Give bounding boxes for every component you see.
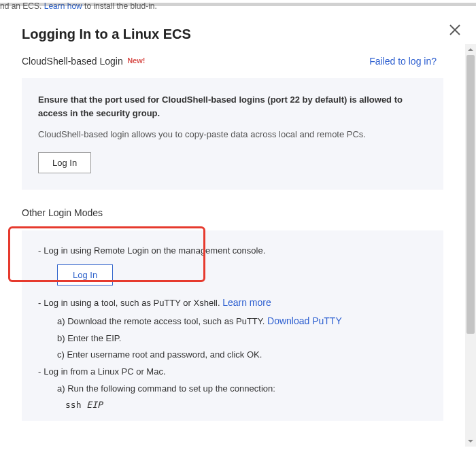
close-icon[interactable] — [449, 24, 461, 36]
other-modes-panel: -Log in using Remote Login on the manage… — [22, 230, 443, 421]
new-badge: New! — [127, 56, 145, 65]
step-ssh-command: a) Run the following command to set up t… — [38, 381, 427, 398]
scroll-down-icon[interactable] — [465, 436, 476, 447]
failed-login-link[interactable]: Failed to log in? — [369, 56, 437, 67]
cloudshell-description: CloudShell-based login allows you to cop… — [38, 128, 427, 141]
cloudshell-warning: Ensure that the port used for CloudShell… — [38, 93, 427, 120]
cloudshell-login-button[interactable]: Log In — [38, 152, 91, 173]
cloudshell-section-label: CloudShell-based Login New! — [22, 55, 145, 67]
scrollbar-thumb[interactable] — [466, 55, 475, 334]
step-credentials: c) Enter username root and password, and… — [38, 347, 427, 364]
scroll-up-icon[interactable] — [465, 44, 476, 55]
other-modes-title: Other Login Modes — [22, 207, 443, 218]
mode-remote-login: -Log in using Remote Login on the manage… — [38, 243, 427, 260]
mode-tool-login: -Log in using a tool, such as PuTTY or X… — [38, 294, 427, 312]
ssh-command: ssh EIP — [38, 397, 427, 414]
mode-linux-mac: -Log in from a Linux PC or Mac. — [38, 364, 427, 381]
scrollbar-track[interactable] — [465, 55, 476, 436]
download-putty-link[interactable]: Download PuTTY — [267, 315, 342, 326]
learn-more-link[interactable]: Learn more — [222, 297, 271, 308]
cloudshell-panel: Ensure that the port used for CloudShell… — [22, 78, 443, 190]
remote-login-button[interactable]: Log In — [57, 264, 113, 285]
step-enter-eip: b) Enter the EIP. — [38, 330, 427, 347]
modal-title: Logging In to a Linux ECS — [22, 27, 454, 42]
login-modal: Logging In to a Linux ECS CloudShell-bas… — [0, 6, 476, 450]
step-download: a) Download the remote access tool, such… — [38, 312, 427, 330]
